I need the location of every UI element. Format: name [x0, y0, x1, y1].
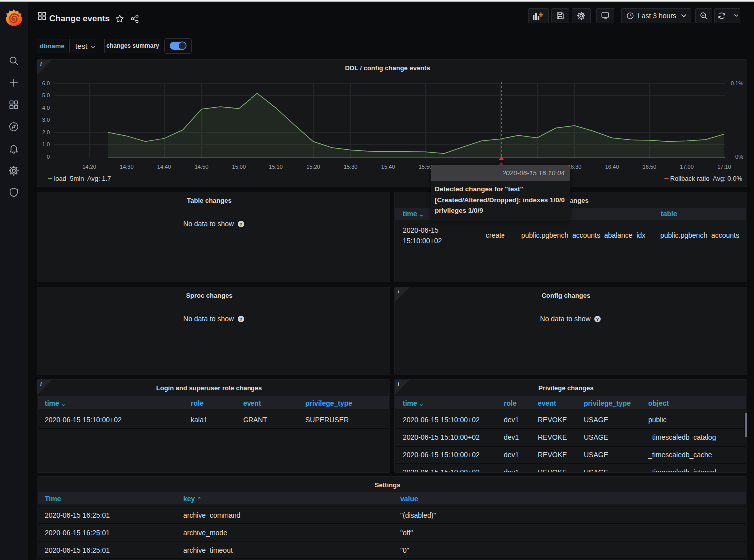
svg-text:2.0: 2.0 [42, 129, 50, 135]
svg-text:14:20: 14:20 [82, 164, 96, 170]
svg-text:15:00: 15:00 [232, 164, 246, 170]
svg-text:14:40: 14:40 [157, 164, 171, 170]
svg-text:15:30: 15:30 [344, 164, 358, 170]
svg-text:0%: 0% [735, 154, 743, 160]
svg-text:5.0: 5.0 [42, 92, 50, 98]
svg-text:3.0: 3.0 [42, 117, 50, 123]
svg-text:17:00: 17:00 [680, 164, 694, 170]
svg-text:?: ? [240, 316, 243, 322]
svg-text:14:30: 14:30 [120, 164, 134, 170]
svg-text:6.0: 6.0 [42, 80, 50, 86]
svg-text:1.0: 1.0 [42, 141, 50, 147]
svg-text:16:30: 16:30 [568, 164, 582, 170]
svg-text:15:20: 15:20 [306, 164, 320, 170]
svg-text:0: 0 [47, 154, 50, 160]
svg-text:?: ? [596, 316, 599, 322]
svg-text:16:50: 16:50 [643, 164, 657, 170]
svg-text:4.0: 4.0 [42, 105, 50, 111]
svg-text:17:10: 17:10 [717, 164, 731, 170]
svg-text:14:50: 14:50 [195, 164, 209, 170]
svg-text:15:40: 15:40 [381, 164, 395, 170]
svg-text:0.1%: 0.1% [731, 80, 743, 86]
svg-text:16:40: 16:40 [605, 164, 619, 170]
svg-text:?: ? [240, 221, 243, 227]
svg-text:15:10: 15:10 [269, 164, 283, 170]
